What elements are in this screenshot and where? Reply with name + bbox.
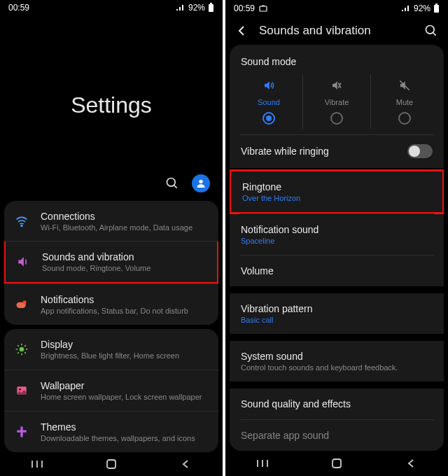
svg-rect-0	[209, 4, 214, 12]
svg-rect-23	[260, 6, 267, 11]
row-notification-sound[interactable]: Notification soundSpaceline	[230, 214, 444, 255]
mode-label: Sound	[258, 98, 280, 106]
item-title: Themes	[41, 421, 209, 433]
item-subtitle: Wi-Fi, Bluetooth, Airplane mode, Data us…	[41, 223, 209, 232]
svg-point-2	[167, 178, 176, 187]
status-time: 00:59	[8, 3, 29, 13]
item-subtitle: Downloadable themes, wallpapers, and ico…	[41, 434, 209, 442]
mode-radio[interactable]	[398, 112, 411, 125]
row-title: System sound	[241, 351, 433, 362]
svg-point-18	[19, 388, 21, 391]
sound-icon	[15, 255, 31, 269]
settings-home-screen: 00:59 92% Settings Connections Wi-Fi, Bl…	[0, 0, 223, 476]
svg-rect-1	[210, 3, 212, 4]
header-title: Sounds and vibration	[259, 24, 413, 38]
header: Sounds and vibration	[225, 17, 448, 45]
vibrate-icon	[330, 78, 343, 92]
row-ringtone[interactable]: RingtoneOver the Horizon	[230, 169, 444, 214]
recents-button[interactable]	[23, 459, 51, 469]
settings-item-connections[interactable]: Connections Wi-Fi, Bluetooth, Airplane m…	[4, 201, 218, 241]
back-button[interactable]	[172, 459, 200, 469]
home-button[interactable]	[323, 458, 351, 469]
item-title: Sounds and vibration	[42, 251, 207, 262]
svg-point-8	[20, 347, 24, 352]
svg-rect-25	[435, 4, 438, 5]
signal-icon	[176, 4, 186, 11]
nav-bar	[225, 451, 448, 476]
page-title: Settings	[0, 92, 223, 118]
item-title: Connections	[41, 211, 209, 222]
mode-label: Mute	[396, 98, 413, 106]
row-vibration-pattern[interactable]: Vibration patternBasic call	[230, 293, 444, 334]
home-button[interactable]	[97, 458, 125, 470]
sound-mode-vibrate[interactable]: Vibrate	[302, 74, 370, 129]
svg-rect-24	[434, 5, 439, 13]
search-icon[interactable]	[165, 176, 179, 190]
sound-on-icon	[262, 78, 275, 92]
svg-point-26	[426, 26, 435, 34]
vibrate-ringing-toggle[interactable]	[407, 144, 433, 158]
battery-icon	[433, 4, 440, 13]
notif-icon	[14, 298, 29, 312]
row-title: Separate app sound	[241, 430, 433, 441]
row-title: Sound quality and effects	[241, 398, 433, 410]
item-title: Display	[41, 339, 209, 350]
sound-mode-label: Sound mode	[230, 45, 444, 74]
item-title: Notifications	[41, 294, 209, 305]
status-time: 00:59	[234, 4, 255, 13]
svg-line-27	[433, 33, 436, 36]
mode-label: Vibrate	[325, 98, 349, 106]
signal-icon	[401, 5, 411, 12]
sound-mode-mute[interactable]: Mute	[370, 74, 438, 129]
row-separate-app-sound[interactable]: Separate app sound	[230, 420, 444, 451]
row-title: Vibration pattern	[241, 303, 433, 314]
row-title: Ringtone	[242, 181, 431, 192]
svg-point-5	[21, 225, 22, 227]
row-title: Volume	[241, 265, 433, 276]
battery-icon	[208, 3, 214, 13]
svg-rect-22	[107, 460, 115, 468]
status-bar: 00:59 92%	[0, 0, 223, 15]
search-icon[interactable]	[424, 24, 438, 38]
row-subtitle: Over the Horizon	[242, 194, 431, 202]
sounds-vibration-screen: 00:59 92% Sounds and vibration Sound mod…	[225, 0, 448, 476]
svg-line-13	[18, 346, 19, 347]
row-subtitle: Basic call	[241, 316, 433, 324]
svg-line-14	[24, 353, 26, 354]
vibrate-while-ringing-row[interactable]: Vibrate while ringing	[230, 134, 444, 168]
row-sound-quality-and-effects[interactable]: Sound quality and effects	[230, 388, 444, 419]
recents-button[interactable]	[248, 458, 276, 468]
settings-item-sounds-and-vibration[interactable]: Sounds and vibration Sound mode, Rington…	[4, 241, 218, 284]
sound-mode-sound[interactable]: Sound	[235, 74, 302, 129]
svg-point-4	[199, 180, 202, 183]
nav-bar	[0, 452, 223, 476]
vibrate-ringing-label: Vibrate while ringing	[241, 146, 407, 157]
mute-icon	[398, 78, 411, 92]
row-subtitle: Spaceline	[241, 237, 433, 245]
back-icon[interactable]	[235, 24, 248, 37]
settings-item-wallpaper[interactable]: Wallpaper Home screen wallpaper, Lock sc…	[4, 370, 218, 411]
row-volume[interactable]: Volume	[230, 255, 444, 286]
item-subtitle: App notifications, Status bar, Do not di…	[41, 307, 209, 315]
battery-text: 92%	[188, 3, 205, 13]
mode-radio[interactable]	[330, 112, 343, 125]
settings-item-themes[interactable]: Themes Downloadable themes, wallpapers, …	[4, 411, 218, 452]
screenshot-icon	[259, 5, 267, 12]
svg-line-16	[24, 346, 26, 347]
svg-point-7	[23, 301, 27, 304]
settings-item-display[interactable]: Display Brightness, Blue light filter, H…	[4, 329, 218, 370]
mode-radio[interactable]	[262, 112, 275, 125]
profile-button[interactable]	[192, 174, 210, 192]
row-title: Notification sound	[241, 224, 433, 235]
status-bar: 00:59 92%	[225, 0, 448, 17]
svg-line-15	[18, 353, 19, 354]
item-subtitle: Home screen wallpaper, Lock screen wallp…	[41, 393, 209, 401]
back-button[interactable]	[397, 458, 425, 468]
item-subtitle: Brightness, Blue light filter, Home scre…	[41, 351, 209, 360]
settings-item-notifications[interactable]: Notifications App notifications, Status …	[4, 284, 218, 325]
row-system-sound[interactable]: System soundControl touch sounds and key…	[230, 341, 444, 382]
wifi-icon	[14, 214, 29, 228]
themes-icon	[14, 425, 29, 439]
settings-list: Connections Wi-Fi, Bluetooth, Airplane m…	[0, 201, 223, 452]
wallpaper-icon	[14, 384, 29, 398]
